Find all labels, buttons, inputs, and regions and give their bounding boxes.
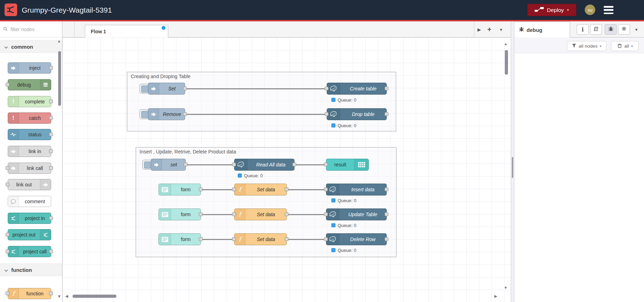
separator-grip[interactable] (512, 157, 513, 178)
input-port[interactable] (232, 212, 236, 216)
wire[interactable] (294, 164, 326, 165)
wire[interactable] (201, 189, 234, 190)
node-create-table[interactable]: Create table (327, 83, 387, 95)
user-avatar[interactable]: su (585, 5, 595, 15)
node-set-data[interactable]: f Set data (234, 184, 287, 195)
input-port[interactable] (324, 163, 328, 166)
wire[interactable] (185, 114, 327, 115)
wire[interactable] (186, 164, 234, 165)
deploy-button[interactable]: Deploy ▾ (527, 4, 576, 16)
output-port[interactable] (184, 163, 188, 166)
info-panel-button[interactable]: i (577, 24, 589, 35)
palette-node-complete[interactable]: ! complete (8, 96, 51, 107)
input-port[interactable] (324, 237, 328, 241)
canvas-scroll-up-icon[interactable]: ▲ (504, 42, 508, 46)
wire[interactable] (287, 214, 326, 215)
node-form[interactable]: form (158, 184, 201, 195)
canvas-scroll-down-icon[interactable]: ▼ (504, 286, 508, 290)
canvas-scroll-right-icon[interactable]: ▶ (494, 294, 497, 298)
next-flow-button[interactable]: ▶ (477, 27, 481, 32)
output-port[interactable] (49, 249, 53, 253)
palette-node-project-call[interactable]: project call (8, 246, 51, 257)
wire[interactable] (287, 239, 326, 240)
palette-scroll-up-icon[interactable]: ▲ (57, 39, 61, 43)
node-read-all-data[interactable]: Read All data (234, 159, 294, 171)
output-port[interactable] (49, 132, 53, 136)
output-port[interactable] (49, 166, 53, 170)
output-port[interactable] (49, 66, 53, 70)
canvas-hscrollbar-thumb[interactable] (73, 295, 116, 298)
output-port[interactable] (285, 237, 289, 241)
output-port[interactable] (49, 291, 53, 295)
output-port[interactable] (199, 212, 203, 216)
debug-panel-button[interactable] (605, 24, 617, 35)
output-port[interactable] (385, 237, 388, 241)
config-panel-button[interactable] (618, 24, 630, 35)
tab-debug[interactable]: debug (514, 22, 570, 37)
palette-node-debug[interactable]: debug (8, 79, 51, 90)
node-insert-data[interactable]: Insert data (326, 184, 387, 195)
input-port[interactable] (6, 83, 9, 87)
filter-nodes-input[interactable] (10, 26, 57, 33)
node-drop-table[interactable]: Drop table (327, 108, 387, 120)
palette-node-link-out[interactable]: link out (8, 179, 51, 190)
wire[interactable] (201, 239, 234, 240)
output-port[interactable] (385, 212, 388, 216)
node-update-table[interactable]: Update Table (326, 208, 387, 220)
output-port[interactable] (385, 87, 388, 90)
output-port[interactable] (285, 187, 289, 191)
node-set-data[interactable]: f Set data (234, 233, 287, 245)
node-result-table[interactable]: result (326, 159, 369, 171)
debug-messages-panel[interactable] (514, 53, 644, 302)
input-port[interactable] (232, 237, 236, 241)
wire[interactable] (185, 88, 327, 89)
output-port[interactable] (292, 163, 296, 166)
node-remove[interactable]: Remove (148, 108, 185, 120)
output-port[interactable] (199, 187, 203, 191)
palette-scroll-down-icon[interactable]: ▼ (57, 294, 61, 298)
palette-node-comment[interactable]: comment (8, 196, 51, 207)
input-port[interactable] (324, 212, 328, 216)
palette-node-catch[interactable]: ! catch (8, 112, 51, 124)
debug-filter-button[interactable]: all nodes ▾ (567, 41, 606, 51)
input-port[interactable] (232, 187, 236, 191)
palette-node-link-call[interactable]: link call (8, 163, 51, 174)
input-port[interactable] (232, 163, 236, 166)
input-port[interactable] (6, 183, 9, 186)
output-port[interactable] (385, 112, 388, 116)
wire[interactable] (201, 214, 234, 215)
node-set-data[interactable]: f Set data (234, 208, 287, 220)
wire[interactable] (287, 189, 326, 190)
node-set-lower[interactable]: set (151, 159, 186, 171)
flow-list-chevron-icon[interactable]: ▾ (500, 27, 502, 32)
output-port[interactable] (285, 212, 289, 216)
canvas-vscrollbar-thumb[interactable] (505, 50, 508, 75)
deploy-chevron-icon[interactable]: ▾ (567, 8, 569, 12)
node-delete-row[interactable]: Delete Row (326, 233, 387, 245)
input-port[interactable] (6, 249, 9, 253)
output-port[interactable] (199, 237, 203, 241)
input-port[interactable] (6, 166, 9, 170)
output-port[interactable] (49, 149, 53, 153)
palette-node-inject[interactable]: inject (8, 62, 51, 74)
node-set[interactable]: Set (148, 83, 185, 95)
help-panel-button[interactable] (590, 24, 602, 35)
input-port[interactable] (325, 112, 328, 116)
output-port[interactable] (49, 116, 53, 120)
input-port[interactable] (6, 233, 9, 236)
node-form[interactable]: form (158, 208, 201, 220)
debug-clear-button[interactable]: all ▾ (611, 41, 639, 51)
palette-category-common[interactable]: common (0, 40, 62, 53)
tab-flow-1[interactable]: Flow 1 (85, 25, 168, 37)
palette-category-function[interactable]: function (0, 263, 62, 276)
sidebar-options-chevron-icon[interactable]: ▾ (635, 27, 638, 32)
output-port[interactable] (183, 87, 187, 90)
palette-node-project-out[interactable]: project out (8, 229, 51, 240)
output-port[interactable] (49, 99, 53, 103)
input-port[interactable] (6, 291, 9, 295)
palette-scrollbar-thumb[interactable] (58, 51, 61, 106)
hamburger-menu-icon[interactable] (604, 6, 614, 14)
output-port[interactable] (183, 112, 187, 116)
node-form[interactable]: form (158, 233, 201, 245)
palette-node-project-in[interactable]: project in (8, 213, 51, 224)
